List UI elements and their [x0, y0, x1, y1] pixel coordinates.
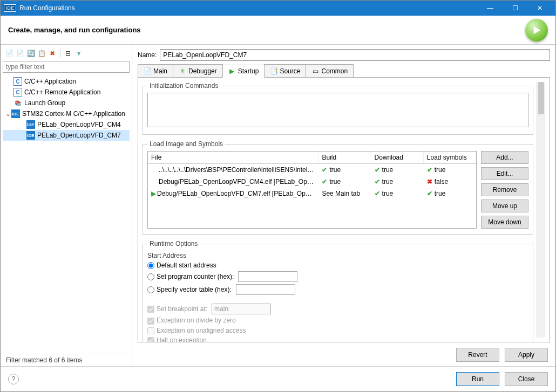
table-row[interactable]: ..\..\..\..\..\Drivers\BSP\PEController\… [148, 164, 476, 176]
vector-hex-input[interactable] [236, 284, 295, 295]
window-title: Run Configurations [19, 4, 75, 12]
config-tree: C C/C++ Application C C/C++ Remote Appli… [3, 75, 130, 354]
scrollbar[interactable] [537, 82, 545, 338]
col-download[interactable]: Download [371, 152, 423, 164]
col-build[interactable]: Build [318, 152, 371, 164]
apply-button[interactable]: Apply [505, 348, 548, 362]
cell-file: ▶Debug/PELab_OpenLoopVFD_CM7.elf [PELab_… [148, 188, 318, 200]
filter-icon[interactable]: ▾ [74, 49, 83, 58]
expand-icon[interactable]: ⊟ [64, 49, 72, 58]
tab-bar: 📄Main ✳Debugger ▶Startup 📑Source ▭Common [138, 64, 550, 78]
chk-div-zero[interactable]: Exception on divide by zero [147, 317, 236, 324]
cell-load-symbols: ✔true [423, 164, 476, 176]
document-icon: 📄 [144, 67, 151, 75]
ide-icon: IDE [26, 131, 35, 140]
table-row-empty [148, 200, 476, 211]
tree-item-launch-group[interactable]: 📚 Launch Group [3, 98, 130, 108]
tree-label: C/C++ Remote Application [24, 88, 100, 96]
edit-button[interactable]: Edit... [481, 167, 528, 180]
c-icon: C [13, 88, 22, 97]
start-address-label: Start Address [147, 252, 528, 259]
cell-build: ✔true [318, 164, 371, 176]
ide-logo-icon: IDE [4, 4, 16, 12]
col-load-symbols[interactable]: Load symbols [423, 152, 476, 164]
init-commands-textarea[interactable] [147, 93, 528, 127]
tab-source[interactable]: 📑Source [264, 64, 306, 77]
runtime-options-legend: Runtime Options [147, 240, 200, 247]
cell-load-symbols: ✔true [423, 188, 476, 200]
tree-item-c-app[interactable]: C C/C++ Application [3, 76, 130, 87]
run-button[interactable]: Run [456, 372, 499, 386]
tab-common[interactable]: ▭Common [306, 64, 354, 77]
ide-icon: IDE [26, 120, 35, 129]
add-button[interactable]: Add... [481, 151, 528, 164]
delete-icon[interactable]: ✖ [48, 49, 57, 58]
cell-download: ✔true [371, 164, 423, 176]
name-input[interactable] [160, 49, 550, 61]
filter-input[interactable] [3, 61, 130, 73]
table-row-empty [148, 211, 476, 223]
load-image-legend: Load Image and Symbols [147, 140, 225, 148]
cell-load-symbols: ✖false [423, 176, 476, 188]
close-button[interactable]: Close [505, 372, 548, 386]
tree-label: STM32 Cortex-M C/C++ Application [22, 110, 125, 118]
export-icon[interactable]: 🔄 [26, 49, 35, 58]
tab-main[interactable]: 📄Main [138, 64, 173, 77]
help-icon[interactable]: ? [8, 374, 19, 384]
tree-item-cm4[interactable]: IDE PELab_OpenLoopVFD_CM4 [3, 119, 130, 130]
tree-label: Launch Group [24, 99, 65, 107]
radio-vector-table[interactable]: Specify vector table (hex): [147, 286, 232, 293]
close-window-button[interactable]: ✕ [527, 1, 552, 16]
pc-hex-input[interactable] [238, 271, 297, 282]
active-play-icon: ▶ [151, 190, 156, 197]
toolbar-separator [60, 49, 60, 58]
chk-unaligned[interactable]: Exception on unaligned access [147, 327, 246, 334]
tree-item-stm32[interactable]: ⌄ IDE STM32 Cortex-M C/C++ Application [3, 108, 130, 119]
cell-download: ✔true [371, 176, 423, 188]
runtime-options-group: Runtime Options Start Address Default st… [143, 240, 533, 342]
new-proto-icon[interactable]: 📄 [16, 49, 24, 58]
remove-button[interactable]: Remove [481, 183, 528, 196]
check-icon: ✔ [375, 166, 380, 174]
check-icon: ✔ [375, 190, 380, 197]
tab-label: Common [321, 67, 348, 75]
name-label: Name: [138, 51, 157, 59]
col-file[interactable]: File [148, 152, 318, 164]
chk-halt[interactable]: Halt on exception [147, 336, 207, 342]
tab-startup[interactable]: ▶Startup [222, 65, 265, 78]
revert-button[interactable]: Revert [456, 348, 499, 362]
launch-group-icon: 📚 [13, 99, 22, 107]
duplicate-icon[interactable]: 📋 [37, 49, 46, 58]
cross-icon: ✖ [427, 178, 432, 185]
check-icon: ✔ [427, 166, 432, 174]
breakpoint-input[interactable] [212, 304, 271, 314]
new-config-icon[interactable]: 📄 [5, 49, 13, 58]
load-image-group: Load Image and Symbols File Build Downlo… [143, 140, 533, 235]
ide-icon: IDE [11, 109, 20, 118]
radio-set-pc[interactable]: Set program counter (hex): [147, 273, 234, 280]
filter-status: Filter matched 6 of 6 items [3, 354, 130, 366]
cell-build: See Main tab [318, 188, 371, 200]
move-down-button[interactable]: Move down [481, 216, 528, 229]
cell-download: ✔true [371, 188, 423, 200]
minimize-button[interactable]: — [478, 1, 503, 16]
move-up-button[interactable]: Move up [481, 200, 528, 212]
check-icon: ✔ [427, 190, 432, 197]
maximize-button[interactable]: ☐ [503, 1, 527, 16]
scrollbar-thumb[interactable] [538, 82, 544, 114]
table-row[interactable]: ▶Debug/PELab_OpenLoopVFD_CM7.elf [PELab_… [148, 188, 476, 200]
check-icon: ✔ [375, 178, 380, 185]
tab-debugger[interactable]: ✳Debugger [173, 64, 223, 77]
tree-label: PELab_OpenLoopVFD_CM7 [37, 132, 121, 139]
table-row[interactable]: Debug/PELab_OpenLoopVFD_CM4.elf [PELab_O… [148, 176, 476, 188]
expand-toggle-icon[interactable]: ⌄ [5, 110, 11, 118]
chk-breakpoint[interactable]: Set breakpoint at: [147, 305, 207, 313]
init-commands-legend: Initialization Commands [147, 82, 220, 90]
tab-label: Debugger [188, 67, 217, 75]
tree-label: C/C++ Application [24, 78, 76, 85]
cell-build: ✔true [318, 176, 371, 188]
radio-default-start[interactable]: Default start address [147, 262, 216, 269]
tab-label: Startup [238, 67, 259, 75]
tree-item-cm7[interactable]: IDE PELab_OpenLoopVFD_CM7 [3, 130, 130, 141]
tree-item-c-remote[interactable]: C C/C++ Remote Application [3, 87, 130, 98]
